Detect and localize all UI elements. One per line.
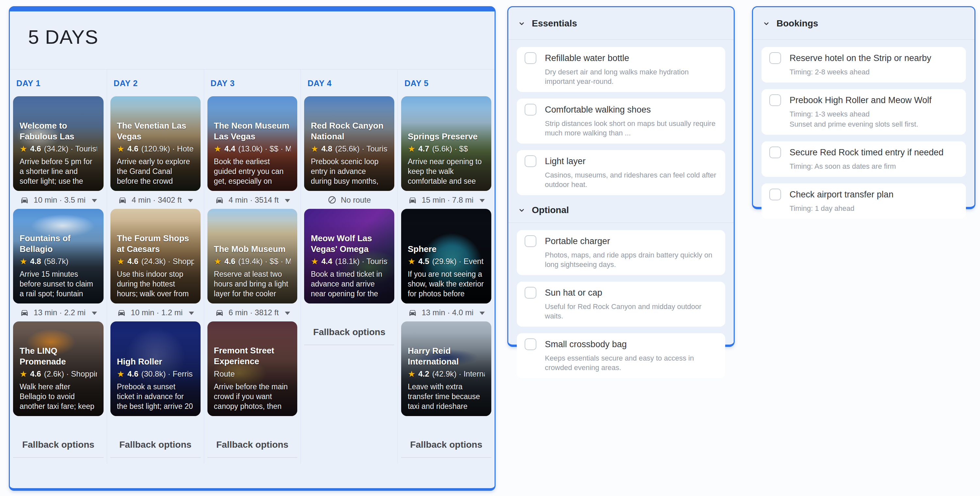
day-column-5: DAY 5 Springs Preserve ★ 4.7 (5.6k) · $$… (398, 70, 495, 464)
transit-row[interactable]: 10 min · 3.5 mi (13, 191, 103, 209)
place-description: Prebook a sunset ticket in advance for t… (117, 382, 194, 411)
transit-text: 4 min · 3402 ft (132, 195, 181, 204)
rating-row: ★ 4.6 (2.6k) · Shopping Mall (20, 369, 97, 379)
checklist-item[interactable]: Refillable water bottle Dry desert air a… (517, 47, 725, 92)
place-description: Walk here after Bellagio to avoid anothe… (20, 382, 97, 411)
transit-text: 15 min · 7.8 mi (422, 195, 474, 204)
rating-value: 4.4 (321, 257, 332, 266)
checkbox[interactable] (769, 189, 781, 200)
booking-timing: Timing: 1 day ahead (789, 204, 958, 213)
checkbox[interactable] (525, 338, 536, 350)
star-icon: ★ (117, 370, 124, 378)
transit-text: 13 min · 4.0 mi (422, 308, 474, 317)
rating-meta: (13.0k) · $$ · Museum (238, 144, 291, 154)
booking-timing: Timing: As soon as dates are firm (789, 162, 958, 171)
star-icon: ★ (408, 257, 415, 266)
itinerary-title: 5 DAYS (28, 26, 476, 48)
transit-row[interactable]: 10 min · 1.2 mi (110, 303, 200, 322)
bookings-panel: Bookings Reserve hotel on the Strip or n… (752, 6, 975, 209)
checkbox[interactable] (769, 146, 781, 158)
star-icon: ★ (117, 257, 124, 266)
place-card[interactable]: The Mob Museum ★ 4.6 (19.4k) · $$ · Muse… (207, 209, 298, 303)
transit-row[interactable]: 6 min · 3812 ft (207, 303, 298, 322)
chevron-down-icon (762, 19, 771, 28)
caret-down-icon (188, 199, 193, 202)
checkbox[interactable] (525, 287, 536, 299)
car-icon (215, 308, 224, 317)
transit-row[interactable]: 15 min · 7.8 mi (401, 191, 491, 209)
checkbox[interactable] (525, 155, 536, 167)
rating-row: ★ 4.6 (120.9k) · Hotel (117, 144, 194, 154)
place-card[interactable]: Fountains of Bellagio ★ 4.8 (58.7k) Arri… (13, 209, 103, 303)
place-card[interactable]: Springs Preserve ★ 4.7 (5.6k) · $$ Arriv… (401, 96, 491, 191)
transit-row[interactable]: 13 min · 2.2 mi (13, 303, 103, 322)
rating-row: ★ 4.6 (30.8k) · Ferris Wheel (117, 369, 194, 379)
booking-item[interactable]: Check airport transfer plan Timing: 1 da… (762, 184, 966, 219)
booking-item[interactable]: Prebook High Roller and Meow Wolf Timing… (762, 89, 966, 135)
place-name: Welcome to Fabulous Las Vegas Sign (20, 120, 97, 142)
checklist-item[interactable]: Portable charger Photos, maps, and ride … (517, 230, 725, 275)
rating-row: ★ 4.6 (19.4k) · $$ · Museum (214, 257, 291, 266)
place-name: The Neon Museum Las Vegas (214, 120, 291, 142)
place-description: Use this indoor stop during the hottest … (117, 269, 194, 299)
essentials-section-header[interactable]: Essentials (508, 7, 734, 40)
place-name: The LINQ Promenade (20, 345, 97, 367)
caret-down-icon (480, 199, 485, 202)
place-name: Red Rock Canyon National Conservatio... (311, 120, 388, 142)
checkbox[interactable] (769, 52, 781, 64)
car-icon (117, 308, 126, 317)
place-description: Arrive early to explore the Grand Canal … (117, 157, 194, 186)
day-column-1: DAY 1 Welcome to Fabulous Las Vegas Sign… (10, 70, 107, 464)
place-card[interactable]: The LINQ Promenade ★ 4.6 (2.6k) · Shoppi… (13, 322, 103, 416)
bookings-section-header[interactable]: Bookings (753, 7, 974, 40)
booking-item[interactable]: Secure Red Rock timed entry if needed Ti… (762, 141, 966, 177)
place-card[interactable]: Meow Wolf Las Vegas' Omega Mart ★ 4.4 (1… (304, 209, 394, 303)
booking-item-label: Check airport transfer plan (789, 190, 893, 200)
checklist-item-label: Portable charger (545, 236, 610, 246)
place-card[interactable]: Red Rock Canyon National Conservatio... … (304, 96, 394, 191)
place-name: Springs Preserve (408, 131, 485, 142)
checkbox[interactable] (769, 94, 781, 106)
place-card[interactable]: Harry Reid International Airport ★ 4.2 (… (401, 322, 491, 416)
packing-panel: Essentials Refillable water bottle Dry d… (508, 6, 735, 347)
checklist-item[interactable]: Light layer Casinos, museums, and ridesh… (517, 150, 725, 195)
place-card[interactable]: The Neon Museum Las Vegas ★ 4.4 (13.0k) … (207, 96, 298, 191)
place-card[interactable]: The Venetian Las Vegas ★ 4.6 (120.9k) · … (110, 96, 200, 191)
checklist-item-label: Light layer (545, 156, 586, 166)
booking-item[interactable]: Reserve hotel on the Strip or nearby Tim… (762, 47, 966, 82)
rating-meta: (30.8k) · Ferris Wheel (141, 369, 194, 379)
chevron-down-icon (517, 19, 526, 28)
rating-meta: (58.7k) (44, 257, 68, 266)
rating-value: 4.2 (418, 369, 429, 379)
place-card[interactable]: High Roller ★ 4.6 (30.8k) · Ferris Wheel… (110, 322, 200, 416)
star-icon: ★ (20, 257, 27, 266)
itinerary-panel: 5 DAYS DAY 1 Welcome to Fabulous Las Veg… (9, 6, 496, 491)
place-card[interactable]: Welcome to Fabulous Las Vegas Sign ★ 4.6… (13, 96, 103, 191)
place-name: Meow Wolf Las Vegas' Omega Mart (311, 233, 388, 255)
place-card[interactable]: Sphere ★ 4.5 (29.9k) · Event Venue If yo… (401, 209, 491, 303)
checklist-item[interactable]: Sun hat or cap Useful for Red Rock Canyo… (517, 282, 725, 326)
car-icon (118, 196, 127, 204)
place-card[interactable]: The Forum Shops at Caesars ★ 4.6 (24.3k)… (110, 209, 200, 303)
checkbox[interactable] (525, 104, 536, 116)
checkbox[interactable] (525, 235, 536, 247)
optional-section-header[interactable]: Optional (508, 205, 734, 223)
day-column-3: DAY 3 The Neon Museum Las Vegas ★ 4.4 (1… (204, 70, 301, 464)
chevron-down-icon (517, 206, 526, 214)
transit-row[interactable]: 4 min · 3402 ft (110, 191, 200, 209)
checkbox[interactable] (525, 52, 536, 64)
rating-meta: (29.9k) · Event Venue (432, 257, 485, 266)
rating-row: ★ 4.6 (24.3k) · Shopping Mall (117, 257, 194, 266)
checklist-item[interactable]: Small crossbody bag Keeps essentials sec… (517, 333, 725, 378)
rating-meta: (19.4k) · $$ · Museum (238, 257, 291, 266)
place-card[interactable]: Fremont Street Experience Route Arrive b… (207, 322, 298, 416)
transit-row[interactable]: 4 min · 3514 ft (207, 191, 298, 209)
checklist-item-description: Strip distances look short on maps but u… (545, 119, 718, 138)
place-description: Leave with extra transfer time because t… (408, 382, 485, 411)
transit-row[interactable]: 13 min · 4.0 mi (401, 303, 491, 322)
fallback-options-heading: Fallback options (401, 439, 491, 457)
star-icon: ★ (214, 144, 221, 153)
checklist-item[interactable]: Comfortable walking shoes Strip distance… (517, 98, 725, 144)
rating-meta: (25.6k) · Tourist Attra... (335, 144, 388, 154)
rating-row: ★ 4.4 (18.1k) · Tourist Attra... (311, 257, 388, 266)
